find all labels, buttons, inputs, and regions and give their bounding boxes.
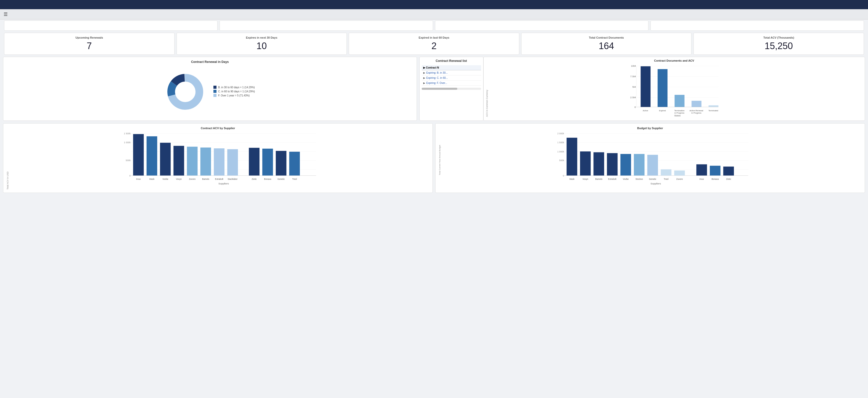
svg-text:1 500k: 1 500k — [124, 132, 131, 135]
kpi-total-docs-label: Total Contract Documents — [526, 36, 687, 39]
legend-color-b — [213, 86, 216, 89]
svg-text:1 500k: 1 500k — [557, 141, 564, 144]
svg-text:1 000k: 1 000k — [557, 151, 564, 153]
svg-text:10M: 10M — [631, 64, 636, 67]
svg-text:Voxyn: Voxyn — [176, 178, 182, 180]
svg-point-3 — [176, 82, 195, 102]
kpi-expires-30-label: Expires in next 30 Days — [181, 36, 343, 39]
svg-text:Vozbe: Vozbe — [623, 178, 629, 180]
svg-text:Irvux: Irvux — [700, 178, 704, 180]
budget-supplier-title: Budget by Supplier — [439, 127, 862, 130]
top-bar — [0, 0, 868, 9]
bar-arip[interactable] — [691, 101, 702, 107]
contract-acv-supplier-panel: Contract ACV by Supplier Total ACV in US… — [3, 123, 433, 193]
svg-rect-49 — [249, 148, 260, 175]
kpi-total-docs-value: 164 — [526, 41, 687, 52]
renewal-table-header: ▶ Contract N — [422, 65, 481, 70]
svg-text:Genetic: Genetic — [277, 178, 284, 180]
svg-rect-77 — [620, 154, 631, 175]
svg-text:Termination: Termination — [674, 109, 684, 112]
contract-acv-supplier-title: Contract ACV by Supplier — [6, 127, 429, 130]
svg-rect-37 — [160, 143, 171, 175]
docs-acv-chart-area: ACV in Common Currency 10M 7.5M 5M 2.5M — [486, 63, 863, 117]
scroll-thumb — [422, 88, 457, 90]
svg-text:2 000k: 2 000k — [557, 132, 564, 135]
legend-color-f — [213, 94, 216, 97]
svg-text:Bamolo: Bamolo — [595, 178, 602, 180]
svg-text:5M: 5M — [632, 86, 636, 88]
right-panels: Contract Renewal list ▶ Contract N ▶Expi… — [420, 57, 865, 121]
svg-text:Vozbe: Vozbe — [162, 178, 168, 180]
svg-rect-51 — [262, 148, 273, 175]
svg-text:1 000k: 1 000k — [124, 141, 131, 144]
svg-text:in Progress: in Progress — [674, 112, 684, 114]
acv-supplier-svg: 1 500k 1 000k 500k 0 Irvux Mask Vozbe — [9, 131, 429, 190]
contract-renewal-list-panel: Contract Renewal list ▶ Contract N ▶Expi… — [420, 57, 484, 121]
svg-text:Bonaxa: Bonaxa — [264, 178, 271, 180]
bar-active[interactable] — [641, 66, 650, 107]
svg-rect-71 — [580, 152, 591, 175]
bar-expired[interactable] — [657, 69, 668, 107]
legend-label-b: B. in 30 to 60 days = 1 (14.29%) — [218, 86, 255, 89]
contract-renewal-days-title: Contract Renewal in Days — [6, 60, 413, 64]
svg-text:Active: Active — [643, 109, 648, 112]
row3-arrow: ▶ — [423, 81, 425, 85]
svg-text:500k: 500k — [126, 159, 131, 162]
kpi-total-acv-value: 15,250 — [698, 41, 860, 52]
contract-docs-acv-panel: Contract Documents and ACV ACV in Common… — [484, 57, 865, 121]
svg-text:in Progress: in Progress — [691, 112, 701, 114]
svg-rect-45 — [214, 148, 225, 175]
svg-text:Ziotic: Ziotic — [726, 178, 731, 180]
svg-text:Expired: Expired — [659, 109, 665, 112]
legend-item-f: F. Over 1 year = 5 (71.43%) — [213, 94, 255, 97]
kpi-total-acv-label: Total ACV (Thousands) — [698, 36, 860, 39]
svg-rect-39 — [174, 146, 184, 175]
svg-text:0: 0 — [129, 174, 130, 177]
budget-supplier-y-label: Total Current Year Annual Budget — [439, 131, 441, 190]
svg-text:Stockvo: Stockvo — [636, 178, 643, 180]
kpi-expires-30: Expires in next 30 Days 10 — [177, 33, 347, 55]
svg-rect-55 — [289, 152, 300, 175]
svg-text:Extrabolt: Extrabolt — [215, 178, 223, 180]
scroll-bar[interactable] — [422, 88, 481, 90]
kpi-top-card-1 — [4, 21, 218, 31]
kpi-top-card-3 — [435, 21, 648, 31]
renewal-row-3[interactable]: ▶Expiring: F. Over... — [422, 80, 481, 86]
menu-icon[interactable]: ☰ — [4, 11, 8, 17]
legend-item-c: C. in 60 to 90 days = 1 (14.29%) — [213, 90, 255, 93]
svg-rect-89 — [710, 166, 721, 175]
expand-all-arrow[interactable]: ▶ — [423, 66, 425, 69]
svg-rect-81 — [647, 155, 658, 175]
svg-rect-73 — [593, 152, 604, 175]
svg-rect-83 — [661, 169, 672, 175]
kpi-total-docs: Total Contract Documents 164 — [521, 33, 692, 55]
renewal-row-2[interactable]: ▶Expiring: C. in 60... — [422, 75, 481, 80]
svg-text:Suppliers: Suppliers — [218, 182, 229, 185]
docs-acv-y-label: ACV in Common Currency — [486, 63, 488, 117]
bar-tip[interactable] — [675, 95, 684, 107]
svg-text:Bamolo: Bamolo — [202, 178, 209, 180]
row2-arrow: ▶ — [423, 76, 425, 79]
svg-text:7.5M: 7.5M — [630, 75, 636, 78]
kpi-expired-60-value: 2 — [353, 41, 515, 52]
kpi-upcoming-renewals-value: 7 — [8, 41, 170, 52]
row1-arrow: ▶ — [423, 71, 425, 74]
svg-rect-91 — [723, 167, 734, 175]
svg-text:Zuvoro: Zuvoro — [189, 178, 195, 180]
budget-supplier-chart: Total Current Year Annual Budget 2 000k … — [439, 131, 862, 190]
svg-text:Voxyn: Voxyn — [582, 178, 588, 180]
budget-supplier-svg: 2 000k 1 500k 1 000k 500k 0 Mask Voxyn B… — [441, 131, 862, 190]
kpi-top-card-2 — [220, 21, 433, 31]
kpi-total-acv: Total ACV (Thousands) 15,250 — [693, 33, 864, 55]
svg-text:Status: Status — [674, 114, 681, 117]
svg-rect-87 — [696, 164, 707, 175]
donut-chart-container: B. in 30 to 60 days = 1 (14.29%) C. in 6… — [6, 66, 413, 118]
svg-text:Terminated: Terminated — [708, 109, 718, 112]
svg-rect-33 — [133, 134, 144, 175]
bar-terminated[interactable] — [708, 105, 718, 107]
svg-text:Bonaxa: Bonaxa — [712, 178, 719, 180]
svg-text:Treol: Treol — [664, 178, 669, 180]
renewal-row-1[interactable]: ▶Expiring: B. in 30... — [422, 70, 481, 75]
kpi-expired-60-label: Expired in last 60 Days — [353, 36, 515, 39]
legend-item-b: B. in 30 to 60 days = 1 (14.29%) — [213, 86, 255, 89]
